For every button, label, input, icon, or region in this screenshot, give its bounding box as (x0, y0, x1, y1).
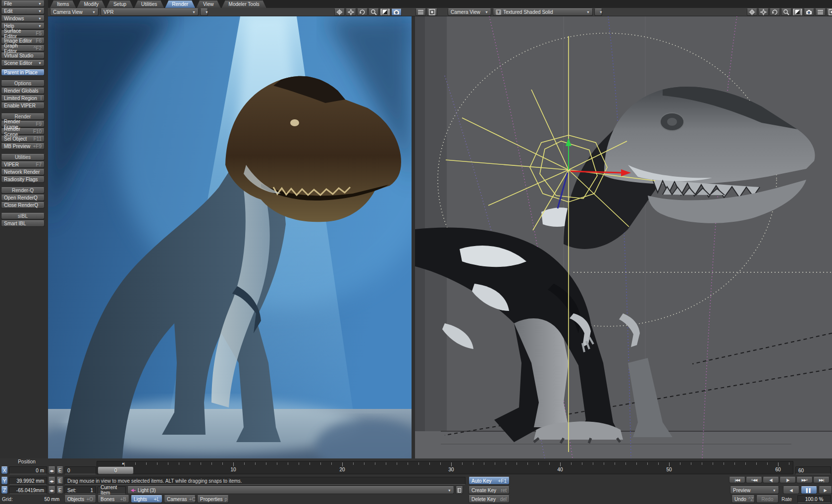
list-icon[interactable] (815, 8, 826, 16)
sidebar-item-sel-object[interactable]: Sel ObjectF11 (1, 136, 45, 142)
sidebar-item-render-globals[interactable]: Render Globals (1, 88, 45, 94)
bones-mode-button[interactable]: Bones+B (98, 495, 129, 503)
right-viewport-opengl[interactable] (415, 16, 832, 458)
cameras-mode-button[interactable]: Cameras+C (164, 495, 196, 503)
axis-y-envelope-button[interactable]: E (56, 477, 63, 485)
properties-mode-button[interactable]: Propertiesp (197, 495, 229, 503)
ruler-tick (233, 462, 234, 466)
left-view-type-dropdown[interactable]: Camera View▼ (50, 8, 99, 16)
end-frame-field[interactable]: 60 (795, 466, 831, 474)
ruler-tick (222, 462, 223, 465)
step-back-button[interactable]: ◀|| (763, 477, 779, 483)
left-viewport-vpr-render[interactable] (48, 16, 412, 458)
sidebar-item-parent-in-place[interactable]: Parent in Place (1, 69, 45, 76)
menu-file[interactable]: File▼ (1, 0, 45, 7)
layout-icon[interactable] (427, 8, 437, 16)
center-icon[interactable] (334, 8, 345, 16)
left-render-mode-dropdown[interactable]: VPR▼ (101, 8, 199, 16)
axis-y-stepper[interactable]: ◀▶ (48, 477, 55, 485)
rotate-icon[interactable] (770, 8, 780, 16)
lights-mode-button[interactable]: Lights+L (131, 495, 162, 503)
center-icon[interactable] (747, 8, 757, 16)
left-viewport-options-dropdown[interactable]: ▼ (200, 8, 208, 16)
tab-modeler-tools[interactable]: Modeler Tools (222, 0, 266, 8)
auto-key-button[interactable]: Auto Key+F1 (468, 477, 510, 485)
play-button[interactable]: ▶ (819, 486, 832, 494)
item-properties-mini-button[interactable] (456, 486, 463, 494)
tab-items[interactable]: Items (50, 0, 76, 8)
play-reverse-button[interactable]: ◀ (783, 486, 799, 494)
rotate-icon[interactable] (357, 8, 367, 16)
sidebar-item-scene-editor[interactable]: Scene Editor▼ (1, 60, 45, 66)
timeline-slider-pointer: ▲ (121, 461, 125, 465)
sidebar-item-network-render[interactable]: Network Render (1, 169, 45, 175)
axis-x-stepper[interactable]: ◀▶ (48, 466, 55, 474)
redo-button[interactable]: Redo (756, 495, 779, 503)
ruler-tick (244, 462, 245, 465)
goto-start-button[interactable]: |◀◀ (729, 477, 745, 483)
timeline-slider-handle[interactable]: 0 (98, 466, 134, 474)
axis-z-envelope-button[interactable]: E (56, 486, 63, 494)
sidebar-item-virtual-studio[interactable]: Virtual Studio (1, 52, 45, 59)
zoom-icon[interactable] (368, 8, 379, 16)
camera-icon[interactable] (391, 8, 402, 16)
sidebar-item-graph-editor[interactable]: Graph Editor^F2 (1, 45, 45, 51)
minmax-icon[interactable] (792, 8, 803, 16)
menu-edit[interactable]: Edit▼ (1, 8, 45, 14)
sidebar-item-enable-viper[interactable]: Enable VIPER (1, 102, 45, 109)
undo-button[interactable]: Undo^Z (731, 495, 755, 503)
axis-z-button[interactable]: Z (1, 486, 8, 494)
zoom-icon[interactable] (781, 8, 791, 16)
sidebar-item-limited-region[interactable]: Limited Regionl (1, 95, 45, 101)
axis-x-envelope-button[interactable]: E (56, 466, 63, 474)
goto-end-button[interactable]: ▶▶| (813, 477, 830, 483)
sidebar-item-radiosity-flags[interactable]: Radiosity Flags (1, 176, 45, 183)
delete-key-button[interactable]: Delete Keydel (468, 495, 510, 503)
axis-x-button[interactable]: X (1, 466, 8, 474)
ruler-tick-label: 10 (226, 467, 241, 472)
layout-icon[interactable] (827, 8, 832, 16)
objects-mode-button[interactable]: Objects+O (64, 495, 96, 503)
menu-windows[interactable]: Windows▼ (1, 15, 45, 22)
sidebar-item-smart-ibl[interactable]: Smart IBL (1, 220, 45, 227)
right-view-type-dropdown[interactable]: Camera View▼ (448, 8, 491, 16)
chevron-down-icon: ▼ (597, 10, 603, 14)
current-item-dropdown[interactable]: Light (3) ▼ (127, 486, 454, 494)
step-forward-button[interactable]: ||▶ (780, 477, 796, 483)
axis-x-value[interactable]: 0 m (9, 466, 47, 474)
pan-icon[interactable] (758, 8, 769, 16)
tab-setup[interactable]: Setup (106, 0, 133, 8)
axis-z-stepper[interactable]: ◀▶ (48, 486, 55, 494)
grid-label: Grid: (2, 495, 13, 503)
tab-render[interactable]: Render (165, 0, 195, 8)
sidebar-item-viper[interactable]: VIPERF7 (1, 161, 45, 168)
set-field[interactable]: Set: 1 (64, 486, 96, 494)
minmax-icon[interactable] (380, 8, 390, 16)
list-icon[interactable] (416, 8, 426, 16)
chevron-down-icon: ▼ (36, 61, 42, 65)
timeline-ruler[interactable]: 0102030405060 (97, 461, 793, 474)
preview-dropdown[interactable]: Preview▼ (730, 486, 779, 494)
sidebar-item-render-scene[interactable]: Render SceneF10 (1, 128, 45, 135)
frame-field[interactable]: 0 (64, 466, 96, 474)
sidebar-item-close-renderq[interactable]: Close RenderQ (1, 202, 45, 208)
right-viewport-options-dropdown[interactable]: ▼ (594, 8, 602, 16)
ruler-tick (179, 462, 179, 465)
tab-modify[interactable]: Modify (77, 0, 105, 8)
pan-icon[interactable] (346, 8, 356, 16)
axis-z-value[interactable]: -65.0419mm (9, 486, 47, 494)
ruler-tick (538, 462, 539, 465)
sidebar-item-surface-editor[interactable]: Surface EditorF5 (1, 30, 45, 37)
camera-icon[interactable] (804, 8, 814, 16)
next-key-button[interactable]: ▶▶+ (796, 477, 813, 483)
sidebar-item-mb-preview[interactable]: MB Preview+F9 (1, 143, 45, 150)
axis-y-value[interactable]: 39.9992 mm (9, 477, 47, 485)
axis-y-button[interactable]: Y (1, 477, 8, 485)
right-render-mode-dropdown[interactable]: TTextured Shaded Solid▼ (493, 8, 593, 16)
prev-key-button[interactable]: +◀◀ (746, 477, 762, 483)
sidebar-item-open-renderq[interactable]: Open RenderQ (1, 195, 45, 201)
create-key-button[interactable]: Create Keyret (468, 486, 510, 494)
pause-button[interactable]: ▌▌ (801, 486, 817, 494)
tab-view[interactable]: View (196, 0, 221, 8)
tab-utilities[interactable]: Utilities (134, 0, 164, 8)
